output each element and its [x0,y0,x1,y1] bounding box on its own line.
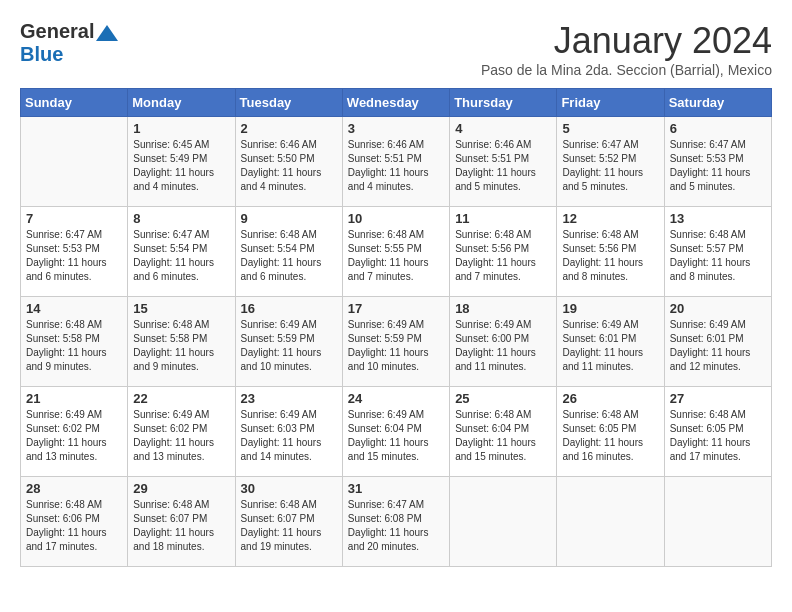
day-number: 1 [133,121,229,136]
day-info: Sunrise: 6:49 AM Sunset: 6:04 PM Dayligh… [348,408,444,464]
day-info: Sunrise: 6:48 AM Sunset: 5:54 PM Dayligh… [241,228,337,284]
calendar-week-3: 14Sunrise: 6:48 AM Sunset: 5:58 PM Dayli… [21,297,772,387]
day-number: 9 [241,211,337,226]
day-number: 24 [348,391,444,406]
calendar-cell: 13Sunrise: 6:48 AM Sunset: 5:57 PM Dayli… [664,207,771,297]
day-number: 21 [26,391,122,406]
logo-blue-text: Blue [20,43,63,66]
header-thursday: Thursday [450,89,557,117]
day-number: 8 [133,211,229,226]
day-info: Sunrise: 6:48 AM Sunset: 5:58 PM Dayligh… [26,318,122,374]
calendar-cell: 29Sunrise: 6:48 AM Sunset: 6:07 PM Dayli… [128,477,235,567]
day-info: Sunrise: 6:48 AM Sunset: 5:58 PM Dayligh… [133,318,229,374]
day-info: Sunrise: 6:45 AM Sunset: 5:49 PM Dayligh… [133,138,229,194]
header-friday: Friday [557,89,664,117]
day-number: 22 [133,391,229,406]
day-info: Sunrise: 6:49 AM Sunset: 6:01 PM Dayligh… [670,318,766,374]
day-info: Sunrise: 6:48 AM Sunset: 6:06 PM Dayligh… [26,498,122,554]
day-number: 26 [562,391,658,406]
calendar-cell: 18Sunrise: 6:49 AM Sunset: 6:00 PM Dayli… [450,297,557,387]
calendar-cell: 19Sunrise: 6:49 AM Sunset: 6:01 PM Dayli… [557,297,664,387]
calendar-cell [21,117,128,207]
calendar-cell: 5Sunrise: 6:47 AM Sunset: 5:52 PM Daylig… [557,117,664,207]
calendar-week-5: 28Sunrise: 6:48 AM Sunset: 6:06 PM Dayli… [21,477,772,567]
calendar-cell: 21Sunrise: 6:49 AM Sunset: 6:02 PM Dayli… [21,387,128,477]
day-info: Sunrise: 6:48 AM Sunset: 6:04 PM Dayligh… [455,408,551,464]
header-saturday: Saturday [664,89,771,117]
day-info: Sunrise: 6:46 AM Sunset: 5:51 PM Dayligh… [348,138,444,194]
month-title: January 2024 [481,20,772,62]
page-header: General Blue January 2024 Paso de la Min… [20,20,772,78]
day-info: Sunrise: 6:48 AM Sunset: 5:56 PM Dayligh… [455,228,551,284]
calendar-cell: 25Sunrise: 6:48 AM Sunset: 6:04 PM Dayli… [450,387,557,477]
day-info: Sunrise: 6:49 AM Sunset: 6:00 PM Dayligh… [455,318,551,374]
day-number: 18 [455,301,551,316]
calendar-cell [557,477,664,567]
day-number: 20 [670,301,766,316]
day-info: Sunrise: 6:46 AM Sunset: 5:51 PM Dayligh… [455,138,551,194]
calendar-cell: 11Sunrise: 6:48 AM Sunset: 5:56 PM Dayli… [450,207,557,297]
day-number: 4 [455,121,551,136]
calendar-header-row: SundayMondayTuesdayWednesdayThursdayFrid… [21,89,772,117]
day-info: Sunrise: 6:48 AM Sunset: 6:07 PM Dayligh… [241,498,337,554]
day-info: Sunrise: 6:48 AM Sunset: 5:56 PM Dayligh… [562,228,658,284]
day-number: 15 [133,301,229,316]
calendar-cell: 10Sunrise: 6:48 AM Sunset: 5:55 PM Dayli… [342,207,449,297]
day-info: Sunrise: 6:48 AM Sunset: 6:05 PM Dayligh… [670,408,766,464]
calendar-cell: 15Sunrise: 6:48 AM Sunset: 5:58 PM Dayli… [128,297,235,387]
title-area: January 2024 Paso de la Mina 2da. Seccio… [481,20,772,78]
calendar-cell: 9Sunrise: 6:48 AM Sunset: 5:54 PM Daylig… [235,207,342,297]
day-info: Sunrise: 6:47 AM Sunset: 5:53 PM Dayligh… [670,138,766,194]
calendar-cell: 8Sunrise: 6:47 AM Sunset: 5:54 PM Daylig… [128,207,235,297]
day-info: Sunrise: 6:48 AM Sunset: 6:07 PM Dayligh… [133,498,229,554]
svg-marker-0 [96,25,118,41]
calendar-cell: 17Sunrise: 6:49 AM Sunset: 5:59 PM Dayli… [342,297,449,387]
header-wednesday: Wednesday [342,89,449,117]
day-info: Sunrise: 6:47 AM Sunset: 5:54 PM Dayligh… [133,228,229,284]
calendar-cell: 4Sunrise: 6:46 AM Sunset: 5:51 PM Daylig… [450,117,557,207]
day-info: Sunrise: 6:48 AM Sunset: 6:05 PM Dayligh… [562,408,658,464]
calendar-cell: 27Sunrise: 6:48 AM Sunset: 6:05 PM Dayli… [664,387,771,477]
calendar-cell: 24Sunrise: 6:49 AM Sunset: 6:04 PM Dayli… [342,387,449,477]
day-info: Sunrise: 6:47 AM Sunset: 5:52 PM Dayligh… [562,138,658,194]
day-number: 2 [241,121,337,136]
day-number: 5 [562,121,658,136]
day-info: Sunrise: 6:48 AM Sunset: 5:57 PM Dayligh… [670,228,766,284]
day-number: 25 [455,391,551,406]
day-info: Sunrise: 6:49 AM Sunset: 6:02 PM Dayligh… [26,408,122,464]
day-info: Sunrise: 6:48 AM Sunset: 5:55 PM Dayligh… [348,228,444,284]
day-number: 12 [562,211,658,226]
day-number: 30 [241,481,337,496]
calendar-cell: 2Sunrise: 6:46 AM Sunset: 5:50 PM Daylig… [235,117,342,207]
logo: General Blue [20,20,118,66]
day-number: 23 [241,391,337,406]
calendar-cell: 12Sunrise: 6:48 AM Sunset: 5:56 PM Dayli… [557,207,664,297]
day-number: 11 [455,211,551,226]
calendar-cell [664,477,771,567]
day-info: Sunrise: 6:47 AM Sunset: 5:53 PM Dayligh… [26,228,122,284]
calendar-cell: 7Sunrise: 6:47 AM Sunset: 5:53 PM Daylig… [21,207,128,297]
day-number: 31 [348,481,444,496]
calendar-week-1: 1Sunrise: 6:45 AM Sunset: 5:49 PM Daylig… [21,117,772,207]
day-number: 19 [562,301,658,316]
header-sunday: Sunday [21,89,128,117]
day-number: 13 [670,211,766,226]
calendar-week-2: 7Sunrise: 6:47 AM Sunset: 5:53 PM Daylig… [21,207,772,297]
calendar-cell: 1Sunrise: 6:45 AM Sunset: 5:49 PM Daylig… [128,117,235,207]
calendar-cell: 23Sunrise: 6:49 AM Sunset: 6:03 PM Dayli… [235,387,342,477]
calendar-table: SundayMondayTuesdayWednesdayThursdayFrid… [20,88,772,567]
header-monday: Monday [128,89,235,117]
calendar-cell: 20Sunrise: 6:49 AM Sunset: 6:01 PM Dayli… [664,297,771,387]
day-info: Sunrise: 6:49 AM Sunset: 6:01 PM Dayligh… [562,318,658,374]
day-number: 16 [241,301,337,316]
calendar-week-4: 21Sunrise: 6:49 AM Sunset: 6:02 PM Dayli… [21,387,772,477]
day-info: Sunrise: 6:49 AM Sunset: 5:59 PM Dayligh… [348,318,444,374]
calendar-cell: 22Sunrise: 6:49 AM Sunset: 6:02 PM Dayli… [128,387,235,477]
day-info: Sunrise: 6:46 AM Sunset: 5:50 PM Dayligh… [241,138,337,194]
calendar-cell: 3Sunrise: 6:46 AM Sunset: 5:51 PM Daylig… [342,117,449,207]
day-number: 27 [670,391,766,406]
calendar-cell: 28Sunrise: 6:48 AM Sunset: 6:06 PM Dayli… [21,477,128,567]
day-info: Sunrise: 6:49 AM Sunset: 6:02 PM Dayligh… [133,408,229,464]
day-number: 14 [26,301,122,316]
calendar-cell [450,477,557,567]
